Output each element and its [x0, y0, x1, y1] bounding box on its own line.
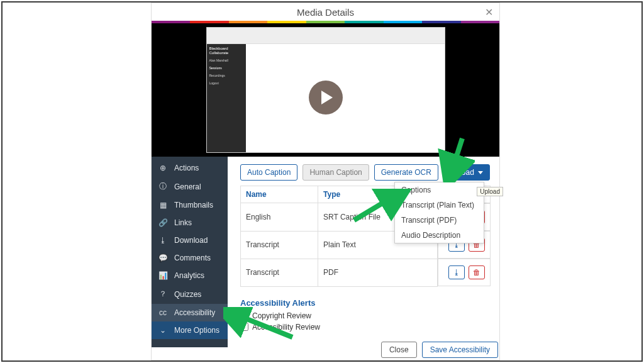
upload-option-captions[interactable]: Captions: [395, 182, 484, 198]
sidebar-item-more-options[interactable]: ⌄More Options: [152, 321, 228, 339]
accessibility-review-checkbox[interactable]: [240, 323, 248, 331]
chevron-down-icon: [478, 171, 483, 174]
sidebar-item-quizzes[interactable]: ？Quizzes: [152, 284, 228, 304]
download-caption-button[interactable]: ⭳: [448, 265, 465, 279]
row-actions: ⭳🗑: [438, 259, 491, 286]
accessibility-icon: cc: [158, 308, 168, 317]
video-menu-item: Recordings: [209, 74, 243, 77]
upload-option-audio-description[interactable]: Audio Description: [395, 228, 484, 243]
upload-tooltip: Upload: [477, 187, 503, 196]
links-icon: 🔗: [158, 218, 168, 227]
sidebar-item-links[interactable]: 🔗Links: [152, 214, 228, 232]
sidebar: ⊕ActionsⓘGeneral▦Thumbnails🔗Links⭳Downlo…: [152, 157, 228, 347]
quizzes-icon: ？: [158, 289, 168, 299]
thumbnails-icon: ▦: [158, 201, 168, 209]
accessibility-review-row[interactable]: Accessibility Review: [240, 323, 491, 332]
video-player[interactable]: Blackboard Collaborate Alan Marshall Ses…: [152, 23, 499, 157]
sidebar-item-accessibility[interactable]: ccAccessibility: [152, 304, 228, 321]
caption-name: Transcript: [241, 259, 318, 286]
generate-ocr-button[interactable]: Generate OCR: [374, 164, 438, 181]
video-menu-item: Sessions: [209, 66, 243, 70]
actions-icon: ⊕: [158, 164, 168, 172]
sidebar-item-label: Analytics: [174, 271, 204, 280]
upload-button-label: Upload: [450, 168, 474, 177]
modal-footer: Close Save Accessibility: [381, 342, 498, 358]
modal-title: Media Details: [297, 7, 354, 18]
sidebar-item-thumbnails[interactable]: ▦Thumbnails: [152, 196, 228, 214]
save-accessibility-button[interactable]: Save Accessibility: [422, 342, 498, 358]
human-caption-button: Human Caption: [303, 164, 369, 181]
sidebar-item-actions[interactable]: ⊕Actions: [152, 159, 228, 177]
caption-action-row: Auto Caption Human Caption Generate OCR …: [240, 164, 491, 181]
more-options-icon: ⌄: [158, 326, 168, 335]
video-brand: Blackboard Collaborate: [209, 47, 243, 55]
upload-option-transcript-plain[interactable]: Transcript (Plain Text): [395, 198, 484, 213]
analytics-icon: 📊: [158, 271, 168, 280]
alerts-title: Accessibility Alerts: [240, 298, 491, 308]
media-details-modal: Media Details ✕ Blackboard Collaborate A…: [151, 3, 500, 360]
copyright-review-label: Copyright Review: [252, 311, 311, 320]
sidebar-item-label: Links: [174, 218, 192, 227]
brand-rainbow-bar: [152, 21, 499, 23]
close-icon[interactable]: ✕: [485, 6, 493, 18]
table-row: TranscriptPDF⭳🗑: [241, 259, 491, 286]
delete-caption-button[interactable]: 🗑: [469, 265, 485, 279]
copyright-review-checkbox[interactable]: [240, 311, 248, 320]
caption-type: PDF: [318, 259, 438, 286]
caption-name: English: [241, 203, 318, 232]
comments-icon: 💬: [158, 254, 168, 262]
sidebar-item-label: Accessibility: [174, 308, 215, 317]
accessibility-alerts: Accessibility Alerts Copyright Review Ac…: [240, 298, 491, 332]
copyright-review-row[interactable]: Copyright Review: [240, 311, 491, 320]
upload-button[interactable]: Upload: [443, 164, 490, 181]
sidebar-item-label: More Options: [174, 326, 219, 335]
caption-name: Transcript: [241, 231, 318, 259]
download-icon: ⭳: [158, 236, 168, 245]
sidebar-item-label: General: [174, 182, 201, 191]
video-menu-item: Alan Marshall: [209, 59, 243, 62]
sidebar-item-analytics[interactable]: 📊Analytics: [152, 267, 228, 284]
col-name[interactable]: Name: [241, 186, 318, 203]
sidebar-item-download[interactable]: ⭳Download: [152, 232, 228, 249]
play-icon[interactable]: [309, 81, 343, 114]
video-thumbnail: Blackboard Collaborate Alan Marshall Ses…: [206, 27, 445, 153]
sidebar-item-label: Download: [174, 236, 208, 245]
upload-option-transcript-pdf[interactable]: Transcript (PDF): [395, 213, 484, 228]
upload-dropdown: Captions Transcript (Plain Text) Transcr…: [394, 182, 484, 243]
close-button[interactable]: Close: [381, 342, 417, 358]
sidebar-item-label: Actions: [174, 164, 199, 172]
sidebar-item-label: Comments: [174, 254, 211, 262]
accessibility-panel: Auto Caption Human Caption Generate OCR …: [228, 157, 499, 347]
sidebar-item-label: Thumbnails: [174, 201, 213, 209]
video-menu-item: Logout: [209, 81, 243, 85]
modal-header: Media Details ✕: [152, 3, 499, 21]
sidebar-item-label: Quizzes: [174, 290, 201, 299]
general-icon: ⓘ: [158, 181, 168, 192]
auto-caption-button[interactable]: Auto Caption: [240, 164, 297, 181]
sidebar-item-comments[interactable]: 💬Comments: [152, 249, 228, 267]
accessibility-review-label: Accessibility Review: [252, 323, 320, 332]
sidebar-item-general[interactable]: ⓘGeneral: [152, 177, 228, 196]
